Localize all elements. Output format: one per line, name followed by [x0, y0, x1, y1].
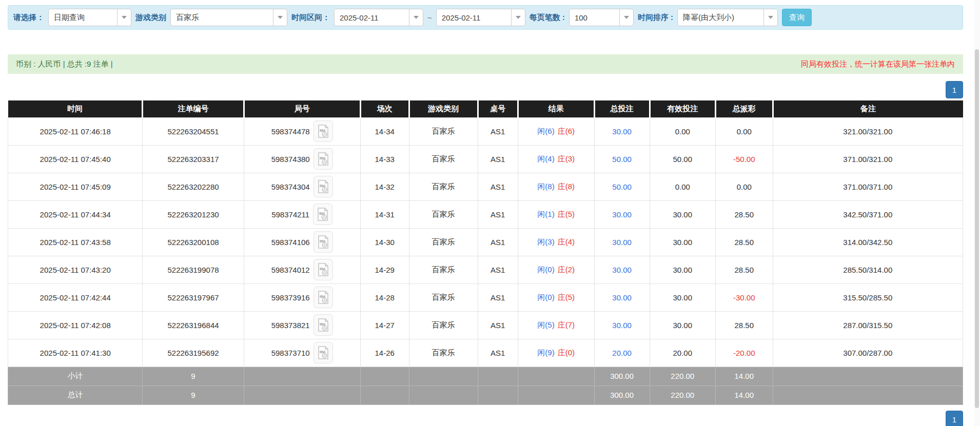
remark-cell: 342.50/371.00: [773, 200, 963, 228]
query-type-value: 日期查询: [49, 13, 117, 23]
table-row: 2025-02-11 07:42:08 522263196844 5983738…: [8, 311, 963, 339]
total-bet-cell: 20.00: [594, 339, 650, 367]
date-from-select[interactable]: 2025-02-11: [334, 9, 423, 26]
video-file-icon: [318, 346, 329, 359]
column-header: 游戏类别: [409, 100, 478, 117]
video-replay-button[interactable]: [313, 176, 333, 197]
session-cell: 14-31: [360, 200, 409, 228]
time-cell: 2025-02-11 07:45:09: [8, 173, 143, 200]
total-bet-cell: 30.00: [594, 117, 650, 145]
result-cell: 闲(9)庄(0): [518, 339, 594, 367]
result-player: 闲(5): [537, 320, 554, 329]
video-replay-button[interactable]: [313, 287, 333, 308]
round-number: 598373916: [271, 293, 310, 302]
result-banker: 庄(4): [558, 237, 575, 246]
table-row: 2025-02-11 07:44:34 522263201230 5983742…: [8, 200, 963, 228]
session-cell: 14-33: [360, 145, 409, 173]
result-player: 闲(3): [537, 237, 554, 246]
column-header: 时间: [8, 100, 143, 117]
session-cell: 14-27: [360, 311, 409, 339]
video-file-icon: [318, 152, 329, 166]
query-type-select[interactable]: 日期查询: [48, 9, 131, 26]
video-file-icon: [317, 208, 328, 221]
page-size-value: 100: [570, 13, 619, 22]
remark-cell: 314.00/342.50: [773, 228, 963, 256]
date-to-select[interactable]: 2025-02-11: [436, 9, 525, 26]
video-replay-button[interactable]: [313, 204, 332, 225]
result-player: 闲(4): [537, 154, 554, 163]
totals-count: 9: [143, 386, 244, 404]
video-replay-button[interactable]: [313, 148, 333, 170]
round-number: 598374211: [271, 210, 309, 219]
table-row: 2025-02-11 07:43:58 522263200108 5983741…: [8, 228, 963, 256]
game-category-cell: 百家乐: [409, 200, 478, 228]
game-category-label: 游戏类别: [135, 13, 166, 23]
remark-cell: 315.50/285.50: [773, 283, 963, 311]
round-number-cell: 598373710: [244, 339, 360, 367]
result-player: 闲(1): [537, 210, 554, 218]
result-cell: 闲(1)庄(5): [518, 200, 594, 228]
round-number: 598374380: [271, 155, 310, 164]
page-1-button[interactable]: 1: [946, 411, 963, 426]
video-replay-button[interactable]: [313, 120, 333, 142]
time-cell: 2025-02-11 07:42:08: [8, 311, 143, 339]
video-replay-button[interactable]: [313, 314, 333, 336]
sort-label: 时间排序 :: [638, 13, 673, 23]
payout-cell: 28.50: [715, 311, 773, 339]
filter-bar: 请选择： 日期查询 游戏类别 百家乐 时间区间： 2025-02-11 ~ 20…: [8, 5, 963, 30]
video-replay-button[interactable]: [313, 259, 333, 280]
round-number: 598374478: [271, 127, 310, 136]
result-player: 闲(8): [537, 182, 554, 191]
payout-cell: -50.00: [715, 145, 773, 173]
remark-cell: 287.00/315.50: [773, 311, 963, 339]
game-category-cell: 百家乐: [409, 256, 478, 283]
game-category-cell: 百家乐: [409, 228, 478, 256]
result-banker: 庄(0): [558, 348, 575, 357]
bet-number-cell: 522263203317: [143, 145, 244, 173]
round-number-cell: 598374211: [244, 200, 360, 228]
result-banker: 庄(3): [558, 154, 575, 163]
bet-number-cell: 522263197967: [143, 283, 244, 311]
total-bet-cell: 50.00: [594, 173, 650, 200]
total-bet-cell: 30.00: [594, 228, 650, 256]
game-category-cell: 百家乐: [409, 145, 478, 173]
session-cell: 14-30: [360, 228, 409, 256]
remark-cell: 285.50/314.00: [773, 256, 963, 283]
query-button[interactable]: 查询: [782, 9, 812, 26]
round-number: 598374012: [271, 266, 310, 274]
column-header: 注单编号: [143, 100, 244, 117]
game-category-select[interactable]: 百家乐: [170, 9, 287, 26]
game-category-cell: 百家乐: [409, 339, 478, 367]
round-number-cell: 598374380: [244, 145, 360, 173]
table-row: 2025-02-11 07:43:20 522263199078 5983740…: [8, 256, 963, 283]
total-bet-cell: 50.00: [594, 145, 650, 173]
session-cell: 14-26: [360, 339, 409, 367]
session-cell: 14-34: [360, 117, 409, 145]
total-bet-cell: 30.00: [594, 311, 650, 339]
date-from-value: 2025-02-11: [335, 13, 409, 22]
game-category-cell: 百家乐: [409, 311, 478, 339]
column-header: 桌号: [478, 100, 518, 117]
page-size-select[interactable]: 100: [569, 9, 634, 26]
table-number-cell: AS1: [478, 339, 518, 367]
table-number-cell: AS1: [478, 117, 518, 145]
bet-number-cell: 522263201230: [143, 200, 244, 228]
time-cell: 2025-02-11 07:43:58: [8, 228, 143, 256]
sort-select[interactable]: 降幂(由大到小): [677, 9, 778, 26]
video-replay-button[interactable]: [313, 342, 333, 363]
game-category-cell: 百家乐: [409, 283, 478, 311]
remark-cell: 371.00/321.00: [773, 145, 963, 173]
column-header: 结果: [518, 100, 594, 117]
table-row: 2025-02-11 07:42:44 522263197967 5983739…: [8, 283, 963, 311]
scrollbar-thumb[interactable]: [975, 49, 979, 408]
table-number-cell: AS1: [478, 145, 518, 173]
result-player: 闲(0): [537, 265, 554, 274]
time-range-label: 时间区间：: [291, 13, 330, 23]
round-number-cell: 598374012: [244, 256, 360, 283]
totals-payout: 14.00: [715, 386, 773, 404]
session-cell: 14-29: [360, 256, 409, 283]
page-1-button[interactable]: 1: [946, 81, 963, 98]
video-replay-button[interactable]: [313, 231, 333, 253]
round-number-cell: 598374478: [244, 117, 360, 145]
round-number: 598374106: [271, 238, 310, 247]
